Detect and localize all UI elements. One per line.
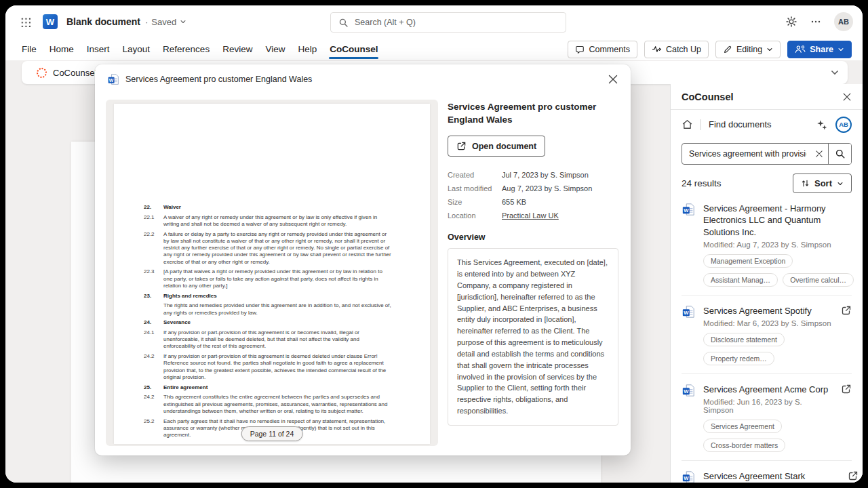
tag-pill: Cross-border matters bbox=[703, 439, 785, 452]
document-page: 22.Waiver 22.1A waiver of any right or r… bbox=[114, 104, 430, 444]
menubar-actions: Comments Catch Up Editing Share bbox=[568, 41, 852, 58]
sidebar-nav-row: Find documents AB bbox=[682, 110, 852, 139]
settings-gear-icon[interactable] bbox=[785, 16, 797, 28]
menu-tab-home[interactable]: Home bbox=[49, 41, 75, 57]
menu-tab-cocounsel[interactable]: CoCounsel bbox=[329, 41, 378, 57]
open-document-icon[interactable] bbox=[837, 384, 852, 452]
ribbon-collapse-chevron-icon[interactable] bbox=[830, 68, 840, 77]
save-status-label: Saved bbox=[151, 17, 176, 27]
document-title[interactable]: Blank document bbox=[66, 16, 140, 27]
global-search-input[interactable] bbox=[355, 18, 558, 27]
overview-heading: Overview bbox=[448, 232, 618, 242]
word-doc-icon bbox=[682, 470, 695, 483]
menu-tab-review[interactable]: Review bbox=[222, 41, 253, 57]
sidebar-breadcrumb: Find documents bbox=[709, 119, 772, 129]
meta-value: Jul 7, 2023 by S. Simpson bbox=[502, 171, 618, 179]
cocounsel-ribbon-button[interactable]: CoCounsel bbox=[30, 65, 103, 81]
result-modified: Modified: Jun 16, 2023 by S. Simpson bbox=[703, 398, 833, 414]
comment-icon bbox=[575, 45, 585, 54]
meta-value: 655 KB bbox=[502, 198, 618, 206]
comments-button[interactable]: Comments bbox=[568, 41, 637, 58]
chevron-down-icon bbox=[837, 46, 844, 53]
tag-pill: Disclosure statement bbox=[703, 333, 785, 346]
share-button[interactable]: Share bbox=[787, 41, 852, 58]
save-status[interactable]: · Saved bbox=[145, 17, 186, 27]
document-preview-pane: 22.Waiver 22.1A waiver of any right or r… bbox=[106, 100, 438, 446]
tag-pill: Services Agreement bbox=[703, 420, 782, 433]
cocounsel-sidebar: CoCounsel Find documents AB 24 results S… bbox=[670, 84, 863, 483]
modal-title: Services Agreement pro customer England … bbox=[125, 75, 312, 84]
menu-tab-help[interactable]: Help bbox=[297, 41, 317, 57]
overview-text: This Services Agreement, executed on [da… bbox=[448, 248, 618, 426]
pulse-icon bbox=[652, 44, 662, 54]
results-bar: 24 results Sort bbox=[682, 174, 852, 193]
location-link[interactable]: Practical Law UK bbox=[502, 211, 618, 220]
sort-button[interactable]: Sort bbox=[793, 174, 852, 193]
app-launcher-icon[interactable] bbox=[20, 17, 31, 27]
more-options-icon[interactable] bbox=[810, 16, 821, 27]
meta-value: Aug 7, 2023 by S. Simpson bbox=[502, 184, 618, 192]
titlebar-actions: AB bbox=[785, 12, 853, 31]
editing-mode-button[interactable]: Editing bbox=[715, 41, 781, 58]
open-document-button[interactable]: Open document bbox=[448, 136, 545, 157]
documents-search-box[interactable] bbox=[682, 143, 852, 165]
word-doc-icon bbox=[682, 305, 695, 319]
word-doc-icon bbox=[107, 73, 119, 85]
menu-tab-layout[interactable]: Layout bbox=[122, 41, 151, 57]
ribbon-tabs: File Home Insert Layout References Revie… bbox=[21, 41, 378, 57]
menu-tab-insert[interactable]: Insert bbox=[86, 41, 111, 57]
sidebar-header: CoCounsel bbox=[682, 84, 852, 109]
open-document-icon[interactable] bbox=[858, 203, 863, 287]
menu-tab-view[interactable]: View bbox=[264, 41, 285, 57]
sort-arrows-icon bbox=[801, 179, 810, 188]
result-item[interactable]: Services Agreement - Harmony Electronics… bbox=[682, 193, 852, 296]
result-title[interactable]: Services Agreement Stark Enterprises bbox=[703, 470, 840, 483]
result-item[interactable]: Services Agreement Stark Enterprises Mod… bbox=[682, 461, 852, 483]
open-document-icon[interactable] bbox=[837, 305, 852, 365]
word-app-icon[interactable]: W bbox=[43, 14, 58, 29]
meta-label: Created bbox=[448, 171, 502, 179]
result-modified: Modified: Mar 6, 2023 by S. Simpson bbox=[703, 319, 833, 327]
result-title[interactable]: Services Agreement - Harmony Electronics… bbox=[703, 203, 854, 238]
sidebar-close-icon[interactable] bbox=[842, 92, 852, 102]
sidebar-title: CoCounsel bbox=[682, 92, 734, 102]
global-search-box[interactable] bbox=[330, 12, 566, 33]
modal-close-icon[interactable] bbox=[608, 74, 618, 85]
meta-label: Size bbox=[448, 198, 502, 206]
result-item[interactable]: Services Agreement Acme Corp Modified: J… bbox=[682, 374, 852, 461]
separator-dot: · bbox=[145, 17, 148, 27]
document-details-panel: Services Agreement pro customer England … bbox=[448, 101, 618, 426]
search-submit-button[interactable] bbox=[828, 144, 851, 164]
documents-search-input[interactable] bbox=[682, 149, 810, 159]
search-icon bbox=[835, 148, 846, 159]
account-avatar[interactable]: AB bbox=[834, 12, 853, 31]
word-doc-icon bbox=[682, 384, 695, 397]
open-document-icon[interactable] bbox=[844, 470, 859, 483]
tag-pill: Overtime calcul… bbox=[783, 273, 854, 287]
document-detail-title: Services Agreement pro customer England … bbox=[448, 101, 618, 126]
catch-up-button[interactable]: Catch Up bbox=[644, 41, 709, 58]
result-title[interactable]: Services Agreement Acme Corp bbox=[703, 384, 833, 395]
result-title[interactable]: Services Agreement Spotify bbox=[703, 305, 833, 317]
menu-tab-references[interactable]: References bbox=[162, 41, 210, 57]
chevron-down-icon bbox=[180, 18, 186, 25]
tag-pill: Property redem… bbox=[703, 352, 774, 365]
clear-search-icon[interactable] bbox=[810, 150, 828, 158]
chevron-down-icon bbox=[837, 180, 844, 187]
meta-label: Location bbox=[448, 211, 502, 220]
search-icon bbox=[338, 18, 349, 28]
sidebar-avatar[interactable]: AB bbox=[835, 117, 852, 133]
document-text: 22.Waiver 22.1A waiver of any right or r… bbox=[114, 104, 430, 439]
external-link-icon bbox=[456, 141, 467, 151]
sparkles-icon[interactable] bbox=[816, 119, 827, 130]
modal-header: Services Agreement pro customer England … bbox=[95, 64, 631, 94]
results-list: Services Agreement - Harmony Electronics… bbox=[682, 193, 852, 483]
divider bbox=[701, 119, 701, 130]
chevron-down-icon bbox=[766, 46, 773, 53]
document-preview-modal: Services Agreement pro customer England … bbox=[95, 64, 631, 455]
menu-tab-file[interactable]: File bbox=[21, 41, 37, 57]
result-item[interactable]: Services Agreement Spotify Modified: Mar… bbox=[682, 296, 852, 374]
cocounsel-logo-icon bbox=[37, 68, 47, 78]
titlebar: W Blank document · Saved AB bbox=[5, 5, 863, 38]
home-icon[interactable] bbox=[682, 119, 693, 130]
